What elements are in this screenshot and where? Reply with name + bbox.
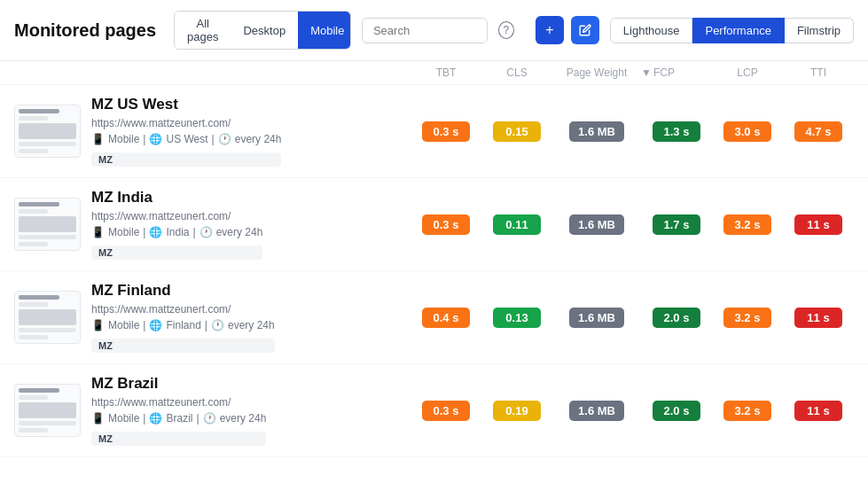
lcp-badge: 3.0 s [723, 121, 771, 142]
cls-badge: 0.19 [493, 401, 541, 421]
cls-badge: 0.13 [493, 308, 541, 328]
tab-group: Lighthouse Performance Filmstrip [610, 18, 854, 43]
page-url: https://www.mattzeunert.com/ [91, 210, 262, 222]
tab-filmstrip[interactable]: Filmstrip [785, 18, 854, 43]
page-title: Monitored pages [14, 20, 156, 41]
page-thumbnail [14, 291, 81, 344]
metric-tti: 11 s [783, 308, 854, 328]
page-weight-badge: 1.6 MB [569, 401, 624, 421]
region-icon: 🌐 [149, 133, 162, 145]
tbt-badge: 0.4 s [422, 308, 470, 328]
page-name: MZ Finland [91, 282, 275, 300]
filter-desktop[interactable]: Desktop [231, 12, 298, 49]
metric-fcp: 2.0 s [641, 308, 712, 328]
metric-tti: 11 s [783, 214, 854, 235]
metric-page-weight: 1.6 MB [552, 214, 641, 235]
device-label: Mobile [108, 133, 139, 145]
tti-badge: 11 s [794, 214, 842, 235]
tti-badge: 11 s [794, 308, 842, 328]
metric-lcp: 3.0 s [712, 121, 783, 142]
tab-lighthouse[interactable]: Lighthouse [610, 18, 693, 43]
edit-button[interactable] [571, 16, 599, 44]
clock-icon: 🕐 [199, 226, 213, 238]
metric-tti: 11 s [783, 401, 854, 421]
column-headers: TBT CLS Page Weight ▼ FCP LCP TTI [0, 61, 868, 85]
table-row[interactable]: MZ Brazil https://www.mattzeunert.com/ 📱… [0, 364, 868, 457]
help-icon[interactable]: ? [498, 21, 514, 39]
page-info: MZ US West https://www.mattzeunert.com/ … [14, 96, 411, 167]
page-url: https://www.mattzeunert.com/ [91, 396, 266, 409]
page-meta: 📱 Mobile | 🌐 Brazil | 🕐 every 24h [91, 412, 266, 425]
lcp-badge: 3.2 s [723, 308, 771, 328]
page-thumbnail [14, 384, 81, 437]
col-cls: CLS [481, 66, 552, 79]
device-icon: 📱 [91, 319, 105, 331]
page-tag: MZ [91, 339, 275, 353]
filter-all-pages[interactable]: All pages [175, 12, 231, 49]
tab-performance[interactable]: Performance [692, 18, 784, 43]
tbt-badge: 0.3 s [422, 121, 470, 142]
clock-icon: 🕐 [218, 133, 231, 145]
region-label: US West [166, 133, 207, 145]
tbt-badge: 0.3 s [422, 214, 470, 235]
fcp-sort-icon: ▼ [641, 66, 652, 79]
metric-cls: 0.11 [481, 214, 552, 235]
metric-cls: 0.19 [481, 401, 552, 421]
metric-lcp: 3.2 s [712, 308, 783, 328]
col-tti: TTI [783, 66, 854, 79]
page-name: MZ US West [91, 96, 281, 113]
search-input[interactable] [370, 19, 488, 43]
device-icon: 📱 [91, 412, 105, 425]
metric-lcp: 3.2 s [712, 401, 783, 421]
fcp-badge: 2.0 s [653, 308, 700, 328]
clock-icon: 🕐 [211, 319, 224, 331]
filter-mobile[interactable]: Mobile [298, 12, 351, 49]
page-meta: 📱 Mobile | 🌐 US West | 🕐 every 24h [91, 133, 281, 145]
tti-badge: 4.7 s [794, 121, 842, 142]
table-row[interactable]: MZ Finland https://www.mattzeunert.com/ … [0, 271, 868, 364]
add-button[interactable]: + [536, 16, 564, 44]
frequency-label: every 24h [228, 319, 275, 331]
col-tbt: TBT [411, 66, 481, 79]
fcp-badge: 1.3 s [653, 121, 700, 142]
lcp-badge: 3.2 s [723, 401, 771, 421]
page-meta: 📱 Mobile | 🌐 India | 🕐 every 24h [91, 226, 262, 238]
table-row[interactable]: MZ India https://www.mattzeunert.com/ 📱 … [0, 178, 868, 271]
col-fcp: ▼ FCP [641, 66, 712, 79]
metric-tbt: 0.3 s [411, 401, 481, 421]
page-details: MZ US West https://www.mattzeunert.com/ … [91, 96, 281, 167]
region-icon: 🌐 [149, 226, 162, 238]
device-label: Mobile [108, 412, 139, 425]
col-page-weight: Page Weight [552, 66, 641, 79]
page-name: MZ Brazil [91, 375, 266, 393]
device-label: Mobile [108, 226, 139, 238]
device-icon: 📱 [91, 226, 105, 238]
metric-page-weight: 1.6 MB [552, 401, 641, 421]
cls-badge: 0.15 [493, 121, 541, 142]
page-info: MZ India https://www.mattzeunert.com/ 📱 … [14, 189, 411, 260]
metric-cls: 0.15 [481, 121, 552, 142]
region-label: Finland [166, 319, 200, 331]
metric-fcp: 1.3 s [641, 121, 712, 142]
pages-list: MZ US West https://www.mattzeunert.com/ … [0, 85, 868, 457]
fcp-badge: 1.7 s [653, 214, 700, 235]
metric-fcp: 2.0 s [641, 401, 712, 421]
page-thumbnail [14, 198, 81, 251]
device-icon: 📱 [91, 133, 105, 145]
metric-page-weight: 1.6 MB [552, 308, 641, 328]
table-row[interactable]: MZ US West https://www.mattzeunert.com/ … [0, 85, 868, 178]
tbt-badge: 0.3 s [422, 401, 470, 421]
page-url: https://www.mattzeunert.com/ [91, 303, 275, 316]
metric-tbt: 0.4 s [411, 308, 481, 328]
fcp-badge: 2.0 s [653, 401, 700, 421]
page-info: MZ Finland https://www.mattzeunert.com/ … [14, 282, 411, 353]
page-info: MZ Brazil https://www.mattzeunert.com/ 📱… [14, 375, 411, 446]
region-label: Brazil [166, 412, 192, 425]
metric-fcp: 1.7 s [641, 214, 712, 235]
metric-tti: 4.7 s [783, 121, 854, 142]
col-info [14, 66, 411, 79]
metric-tbt: 0.3 s [411, 121, 481, 142]
frequency-label: every 24h [235, 133, 282, 145]
metric-lcp: 3.2 s [712, 214, 783, 235]
header: Monitored pages All pages Desktop Mobile… [0, 0, 868, 61]
